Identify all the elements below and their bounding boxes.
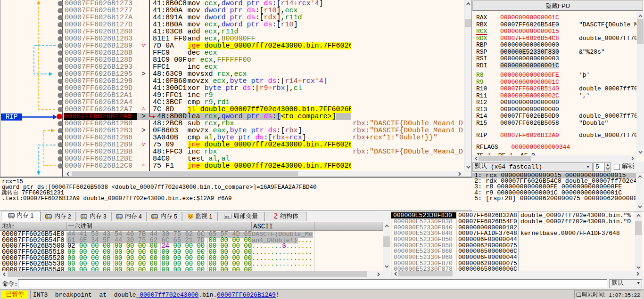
- svg-text:x=: x=: [225, 215, 230, 219]
